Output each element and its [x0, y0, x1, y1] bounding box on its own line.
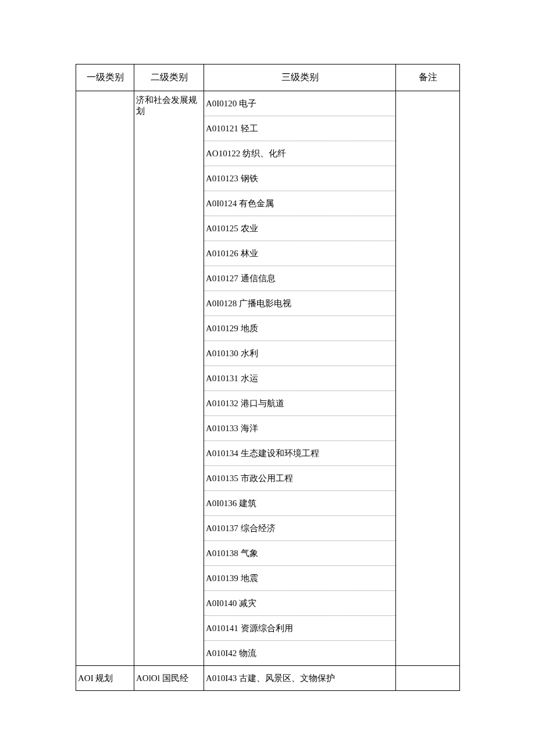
cell-level3: A0I0120 电子A010121 轻工AO10122 纺织、化纤A010123… — [204, 91, 396, 666]
header-level3: 三级类别 — [204, 65, 396, 91]
table-row: 济和社会发展规划 A0I0120 电子A010121 轻工AO10122 纺织、… — [76, 91, 460, 666]
level3-item: A010141 资源综合利用 — [204, 616, 395, 641]
level3-item: A010139 地震 — [204, 566, 395, 591]
level3-item: A010I42 物流 — [204, 641, 395, 665]
table-header-row: 一级类别 二级类别 三级类别 备注 — [76, 65, 460, 91]
level3-item: A010138 气象 — [204, 541, 395, 566]
classification-table-wrap: 一级类别 二级类别 三级类别 备注 济和社会发展规划 A0I0120 电子A01… — [76, 64, 459, 691]
level3-item: A010121 轻工 — [204, 116, 395, 141]
cell-level1 — [76, 91, 134, 666]
level3-item: A010133 海洋 — [204, 416, 395, 441]
level3-item: A010132 港口与航道 — [204, 391, 395, 416]
level3-item: A0I0140 减灾 — [204, 591, 395, 616]
level3-item: A010127 通信信息 — [204, 266, 395, 291]
level3-item: A0I0124 有色金属 — [204, 191, 395, 216]
level3-item: A010135 市政公用工程 — [204, 466, 395, 491]
cell-remark — [396, 666, 460, 691]
level3-item: A010126 林业 — [204, 241, 395, 266]
header-level1: 一级类别 — [76, 65, 134, 91]
header-remark: 备注 — [396, 65, 460, 91]
cell-remark — [396, 91, 460, 666]
cell-level2: 济和社会发展规划 — [134, 91, 204, 666]
classification-table: 一级类别 二级类别 三级类别 备注 济和社会发展规划 A0I0120 电子A01… — [76, 64, 460, 691]
level3-item: A0I0128 广播电影电视 — [204, 291, 395, 316]
level3-item: A010123 钢铁 — [204, 166, 395, 191]
level3-item: A010137 综合经济 — [204, 516, 395, 541]
table-row: AOI 规划 AOlOl 国民经 A010I43 古建、风景区、文物保护 — [76, 666, 460, 691]
cell-level3: A010I43 古建、风景区、文物保护 — [204, 666, 396, 691]
level3-item-list: A0I0120 电子A010121 轻工AO10122 纺织、化纤A010123… — [204, 91, 395, 665]
level3-item: A0I0136 建筑 — [204, 491, 395, 516]
level3-item: A010134 生态建设和环境工程 — [204, 441, 395, 466]
header-level2: 二级类别 — [134, 65, 204, 91]
level3-item: A010125 农业 — [204, 216, 395, 241]
level3-item: A010129 地质 — [204, 316, 395, 341]
level3-item: AO10122 纺织、化纤 — [204, 141, 395, 166]
level3-item: A010131 水运 — [204, 366, 395, 391]
level3-item: A010130 水利 — [204, 341, 395, 366]
cell-level2: AOlOl 国民经 — [134, 666, 204, 691]
level3-item: A010I43 古建、风景区、文物保护 — [204, 666, 395, 690]
level3-item: A0I0120 电子 — [204, 91, 395, 116]
cell-level1: AOI 规划 — [76, 666, 134, 691]
